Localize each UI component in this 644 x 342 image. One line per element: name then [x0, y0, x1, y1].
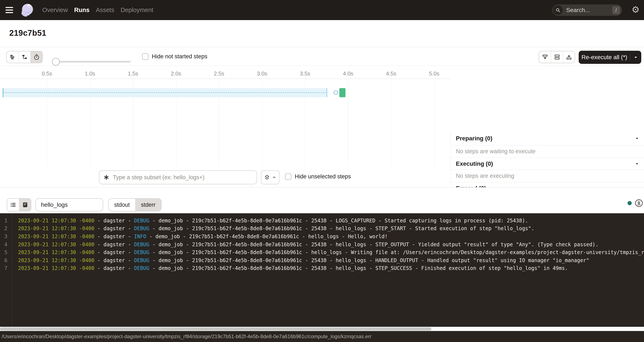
hide-not-started-checkbox[interactable] [142, 54, 148, 60]
reexecute-caret-icon[interactable] [630, 55, 641, 60]
panel-section-title: Executing (0) [456, 160, 493, 167]
reexecute-all-button[interactable]: Re-execute all (*) [579, 51, 641, 64]
search-box[interactable]: / [552, 4, 622, 16]
log-horizontal-scrollbar [0, 327, 644, 331]
download-log-button[interactable] [634, 199, 643, 208]
step-subset-box [99, 170, 257, 184]
hide-not-started-label: Hide not started steps [152, 53, 208, 60]
op-selector-icon [103, 174, 110, 180]
panel-section-header[interactable]: Preparing (0) [451, 132, 644, 146]
capture-status-dot [628, 201, 632, 205]
layers-icon [264, 174, 270, 180]
hamburger-menu-icon[interactable] [6, 5, 15, 14]
expand-up-button[interactable] [563, 51, 575, 63]
step-subset-input[interactable] [112, 174, 253, 181]
log-toolbar: stdoutstderr [0, 187, 644, 213]
hide-not-started-row: Hide not started steps [142, 53, 208, 60]
gantt-zoom-slider-handle[interactable] [52, 58, 60, 66]
log-line-text: 2023-09-21 12:07:30 -0400 - dagster - DE… [12, 250, 644, 255]
event-list-view-button[interactable] [7, 199, 19, 211]
log-filter-input[interactable] [40, 201, 98, 208]
reexecute-all-label: Re-execute all (*) [579, 54, 630, 61]
nav-item-overview[interactable]: Overview [42, 6, 68, 14]
scrollbar-thumb[interactable] [0, 328, 431, 330]
gantt-step-bar[interactable] [339, 88, 346, 97]
log-line-number: 4 [0, 242, 12, 248]
dagster-logo[interactable] [20, 2, 35, 18]
log-line-number: 6 [0, 258, 12, 263]
search-shortcut-key: / [612, 6, 620, 14]
waterfall-view-button[interactable] [18, 51, 30, 63]
gantt-pane: 0.5s1.0s1.5s2.0s2.5s3.0s3.5s4.0s4.5s5.0s… [0, 66, 644, 187]
axis-gridline [434, 79, 434, 167]
log-filter-box [36, 198, 103, 211]
log-line: 12023-09-21 12:07:30 -0400 - dagster - D… [0, 217, 644, 225]
gantt-state-marker [334, 90, 338, 95]
gantt-waiting-band [3, 88, 327, 97]
log-line-text: 2023-09-21 12:07:30 -0400 - dagster - DE… [12, 258, 589, 263]
log-line: 72023-09-21 12:07:30 -0400 - dagster - D… [0, 264, 644, 272]
log-line: 22023-09-21 12:07:30 -0400 - dagster - D… [0, 225, 644, 233]
log-line-text: 2023-09-21 12:07:30 -0400 - dagster - DE… [12, 242, 598, 248]
panel-empty-message: No steps are executing [451, 170, 644, 182]
axis-tick-label: 0.5s [38, 70, 56, 77]
tab-stderr[interactable]: stderr [135, 199, 161, 211]
hide-unselected-checkbox[interactable] [285, 174, 291, 180]
top-nav: OverviewRunsAssetsDeployment / ⚙ [0, 0, 644, 20]
hide-unselected-row: Hide unselected steps [285, 173, 351, 180]
panel-empty-message: No steps are waiting to execute [451, 146, 644, 158]
panel-section-header[interactable]: Executing (0) [451, 158, 644, 170]
hide-unselected-label: Hide unselected steps [295, 173, 351, 180]
log-line: 32023-09-21 12:07:30 -0400 - dagster - I… [0, 232, 644, 240]
log-file-path: /Users/erincochran/Desktop/dagster-examp… [2, 334, 372, 340]
log-line-text: 2023-09-21 12:07:30 -0400 - dagster - DE… [12, 226, 534, 232]
panel-layout-group [539, 51, 575, 63]
nav-item-assets[interactable]: Assets [96, 6, 114, 14]
graph-query-toggle-button[interactable] [261, 170, 280, 184]
raw-log-output: 12023-09-21 12:07:30 -0400 - dagster - D… [0, 213, 644, 327]
search-icon [553, 5, 563, 15]
axis-tick-label: 4.0s [340, 70, 357, 77]
axis-tick-label: 4.5s [383, 70, 400, 77]
axis-gridline [348, 79, 348, 167]
axis-tick-label: 5.0s [426, 70, 443, 77]
timed-view-button[interactable] [30, 51, 42, 63]
log-line-text: 2023-09-21 12:07:30 -0400 - dagster - IN… [12, 234, 388, 240]
split-view-button[interactable] [551, 51, 563, 63]
log-view-mode-group [7, 198, 31, 211]
run-header: 219c7b51 Success Run of demo_job @ 4f105… [0, 20, 644, 47]
log-line-text: 2023-09-21 12:07:30 -0400 - dagster - DE… [12, 265, 568, 271]
log-line: 42023-09-21 12:07:30 -0400 - dagster - D… [0, 240, 644, 248]
log-line-number: 5 [0, 250, 12, 255]
log-line-number: 3 [0, 234, 12, 240]
panel-section-title: Preparing (0) [456, 135, 492, 142]
log-line-number: 2 [0, 226, 12, 232]
run-id: 219c7b51 [9, 28, 46, 38]
caret-up-icon [272, 175, 276, 180]
log-line: 52023-09-21 12:07:30 -0400 - dagster - D… [0, 248, 644, 256]
gear-icon[interactable]: ⚙ [630, 5, 640, 15]
log-line-number: 1 [0, 218, 12, 224]
tab-stdout[interactable]: stdout [109, 199, 135, 211]
log-line: 62023-09-21 12:07:30 -0400 - dagster - D… [0, 256, 644, 264]
collapse-down-button[interactable] [539, 51, 551, 63]
log-lines: 12023-09-21 12:07:30 -0400 - dagster - D… [0, 217, 644, 272]
chevron-down-icon[interactable] [635, 136, 639, 140]
axis-tick-label: 1.0s [82, 70, 98, 77]
gantt-view-mode-group [6, 51, 43, 63]
axis-tick-label: 1.5s [124, 70, 142, 77]
nav-item-deployment[interactable]: Deployment [120, 6, 153, 14]
chevron-down-icon[interactable] [635, 162, 639, 166]
gantt-zoom-slider-track [52, 61, 131, 62]
gantt-toolbar: Hide not started steps Re-execute all (*… [0, 47, 644, 66]
axis-tick-label: 2.0s [168, 70, 184, 77]
axis-tick-label: 3.0s [254, 70, 270, 77]
log-line-text: 2023-09-21 12:07:30 -0400 - dagster - DE… [12, 218, 528, 224]
search-input[interactable] [566, 6, 612, 14]
stdout-stderr-tabs: stdoutstderr [108, 198, 162, 211]
flat-view-button[interactable] [7, 51, 18, 63]
axis-tick-label: 3.5s [297, 70, 314, 77]
dagster-run-page: OverviewRunsAssetsDeployment / ⚙ 219c7b5… [0, 0, 644, 342]
raw-log-view-button[interactable] [19, 199, 31, 211]
nav-item-runs[interactable]: Runs [74, 6, 90, 14]
